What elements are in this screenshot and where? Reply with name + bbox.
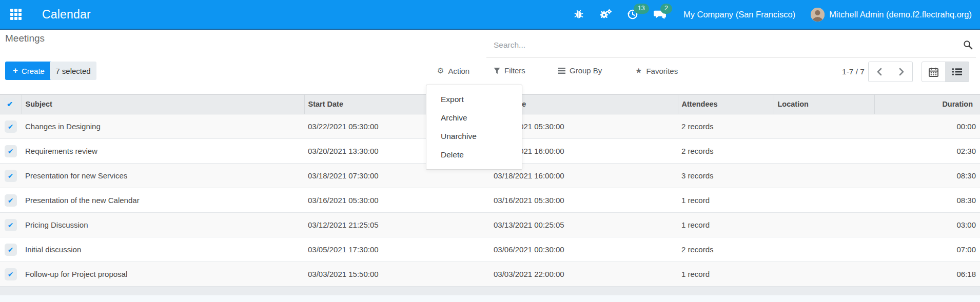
cell-subject[interactable]: Pricing Discussion <box>22 213 304 237</box>
activities-button[interactable]: 13 <box>627 9 638 20</box>
cell-duration[interactable]: 00:00 <box>874 114 980 139</box>
check-icon: ✔ <box>8 222 14 229</box>
page-title: Meetings <box>5 33 45 44</box>
row-checkbox[interactable]: ✔ <box>5 120 17 133</box>
search-box <box>486 33 976 57</box>
dropdown-item-archive[interactable]: Archive <box>426 109 522 127</box>
cell-duration[interactable]: 06:18 <box>874 262 980 287</box>
favorites-menu-button[interactable]: ★ Favorites <box>635 66 678 75</box>
filters-menu-button[interactable]: Filters <box>494 66 525 75</box>
cell-location[interactable] <box>774 114 874 139</box>
bug-icon <box>574 9 584 19</box>
messages-button[interactable]: 2 <box>654 9 666 20</box>
favorites-menu-label: Favorites <box>646 67 678 75</box>
apps-menu-button[interactable] <box>8 7 24 22</box>
check-icon: ✔ <box>8 197 14 204</box>
dropdown-item-delete[interactable]: Delete <box>426 146 522 164</box>
create-button[interactable]: + Create <box>5 62 52 80</box>
list-view-button[interactable] <box>945 62 969 82</box>
groupby-menu-button[interactable]: Group By <box>558 66 602 75</box>
check-icon: ✔ <box>7 100 13 108</box>
table-row[interactable]: ✔ Pricing Discussion 03/12/2021 21:25:05… <box>0 213 980 237</box>
row-checkbox[interactable]: ✔ <box>5 145 17 157</box>
dropdown-item-export[interactable]: Export <box>426 90 522 109</box>
cell-attendees[interactable]: 3 records <box>678 164 774 188</box>
debug-button[interactable] <box>574 9 584 19</box>
cell-location[interactable] <box>774 139 874 164</box>
create-button-label: Create <box>22 67 45 75</box>
gears-icon <box>599 9 612 20</box>
calendar-view-button[interactable] <box>922 62 946 82</box>
pager-range: 1-7 / 7 <box>821 67 865 76</box>
table-row[interactable]: ✔ Presentation of the new Calendar 03/16… <box>0 188 980 213</box>
action-menu-button[interactable]: ⚙ Action <box>437 66 469 75</box>
cell-attendees[interactable]: 2 records <box>678 237 774 262</box>
cell-duration[interactable]: 03:00 <box>874 213 980 237</box>
cell-duration[interactable]: 07:00 <box>874 237 980 262</box>
action-dropdown: Export Archive Unarchive Delete <box>426 85 522 170</box>
cell-end-date[interactable]: 03/03/2021 22:00:00 <box>490 262 678 287</box>
dropdown-item-unarchive[interactable]: Unarchive <box>426 127 522 146</box>
cell-attendees[interactable]: 2 records <box>678 114 774 139</box>
table-row[interactable]: ✔ Follow-up for Project proposal 03/03/2… <box>0 262 980 287</box>
cell-attendees[interactable]: 2 records <box>678 139 774 164</box>
pager-next-button[interactable] <box>890 62 913 82</box>
user-menu[interactable]: Mitchell Admin (demo.f2.flectrahq.org) <box>811 8 972 22</box>
company-switcher[interactable]: My Company (San Francisco) <box>683 10 795 19</box>
group-by-icon <box>558 68 565 74</box>
cell-start-date[interactable]: 03/05/2021 17:30:00 <box>304 237 490 262</box>
table-footer <box>0 287 980 295</box>
cell-subject[interactable]: Presentation of the new Calendar <box>22 188 304 213</box>
cell-subject[interactable]: Presentation for new Services <box>22 164 304 188</box>
cell-subject[interactable]: Requirements review <box>22 139 304 164</box>
cell-duration[interactable]: 02:30 <box>874 139 980 164</box>
row-checkbox[interactable]: ✔ <box>5 170 17 182</box>
chevron-right-icon <box>898 68 905 76</box>
column-header-subject[interactable]: Subject <box>22 94 304 114</box>
filter-icon <box>494 67 500 74</box>
cell-subject[interactable]: Changes in Designing <box>22 114 304 139</box>
technical-settings-button[interactable] <box>599 9 612 20</box>
cell-subject[interactable]: Follow-up for Project proposal <box>22 262 304 287</box>
cell-start-date[interactable]: 03/03/2021 15:50:00 <box>304 262 490 287</box>
column-header-duration[interactable]: Duration <box>874 94 980 114</box>
row-checkbox[interactable]: ✔ <box>5 268 17 280</box>
cell-subject[interactable]: Initial discussion <box>22 237 304 262</box>
search-button[interactable] <box>958 40 976 50</box>
select-all-checkbox[interactable]: ✔ <box>4 98 16 110</box>
cell-start-date[interactable]: 03/12/2021 21:25:05 <box>304 213 490 237</box>
row-checkbox[interactable]: ✔ <box>5 244 17 256</box>
row-checkbox-cell: ✔ <box>0 188 22 213</box>
cell-end-date[interactable]: 03/16/2021 05:30:00 <box>490 188 678 213</box>
cell-start-date[interactable]: 03/16/2021 05:30:00 <box>304 188 490 213</box>
row-checkbox-cell: ✔ <box>0 262 22 287</box>
cell-location[interactable] <box>774 164 874 188</box>
column-header-attendees[interactable]: Attendees <box>678 94 774 114</box>
list-icon <box>952 68 962 76</box>
check-icon: ✔ <box>8 246 14 253</box>
cell-end-date[interactable]: 03/06/2021 00:30:00 <box>490 237 678 262</box>
cell-attendees[interactable]: 1 record <box>678 262 774 287</box>
table-row[interactable]: ✔ Initial discussion 03/05/2021 17:30:00… <box>0 237 980 262</box>
cell-duration[interactable]: 08:30 <box>874 164 980 188</box>
cell-end-date[interactable]: 03/13/2021 00:25:05 <box>490 213 678 237</box>
cell-attendees[interactable]: 1 record <box>678 188 774 213</box>
cell-location[interactable] <box>774 262 874 287</box>
check-icon: ✔ <box>8 148 14 155</box>
check-icon: ✔ <box>8 123 14 130</box>
cell-location[interactable] <box>774 213 874 237</box>
cell-duration[interactable]: 08:30 <box>874 188 980 213</box>
cell-location[interactable] <box>774 188 874 213</box>
app-title[interactable]: Calendar <box>42 8 91 22</box>
search-input[interactable] <box>486 41 958 50</box>
cell-attendees[interactable]: 1 record <box>678 213 774 237</box>
row-checkbox-cell: ✔ <box>0 164 22 188</box>
pager-previous-button[interactable] <box>868 62 891 82</box>
row-checkbox[interactable]: ✔ <box>5 194 17 207</box>
plus-icon: + <box>13 66 18 76</box>
row-checkbox[interactable]: ✔ <box>5 219 17 231</box>
column-header-location[interactable]: Location <box>774 94 874 114</box>
selected-count-button[interactable]: 7 selected <box>50 62 96 80</box>
cell-location[interactable] <box>774 237 874 262</box>
apps-grid-icon <box>10 8 22 21</box>
